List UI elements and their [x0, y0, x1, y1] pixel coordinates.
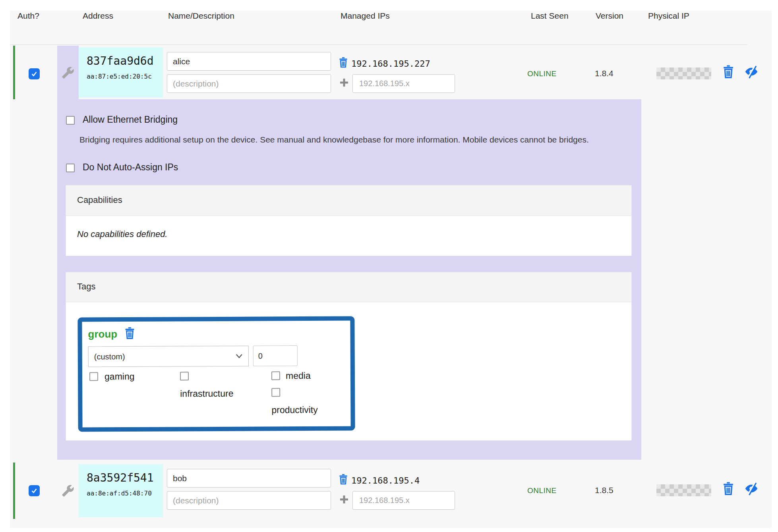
column-header-version: Version: [596, 11, 623, 21]
chevron-down-icon: [236, 354, 243, 359]
delete-tag-icon[interactable]: [124, 327, 135, 340]
member-version: 1.8.4: [595, 69, 613, 78]
tag-enum-selected: (custom): [94, 352, 125, 361]
tag-name: group: [88, 328, 117, 340]
allow-bridging-checkbox[interactable]: [66, 116, 75, 125]
header-divider: [10, 44, 747, 45]
tag-option-productivity-checkbox[interactable]: [271, 388, 280, 397]
member-mac: aa:87:e5:ed:20:5c: [87, 73, 152, 80]
hide-member-icon[interactable]: [744, 482, 759, 496]
column-header-physical-ip: Physical IP: [648, 11, 689, 21]
delete-ip-icon[interactable]: [339, 474, 348, 485]
delete-member-icon[interactable]: [722, 482, 734, 496]
capabilities-title: Capabilities: [77, 195, 122, 205]
member-description-input[interactable]: [167, 491, 331, 510]
add-ip-icon[interactable]: [339, 494, 349, 505]
tag-option-media-label: media: [286, 370, 311, 381]
tag-option-productivity-label: productivity: [271, 405, 317, 416]
member-row-alice: 837faa9d6d aa:87:e5:ed:20:5c 192.168.195…: [0, 46, 778, 99]
address-cell: 8a3592f541 aa:8e:af:d5:48:70: [79, 464, 163, 517]
status-badge: ONLINE: [527, 486, 557, 495]
member-address: 837faa9d6d: [87, 54, 154, 67]
tag-value-input[interactable]: [253, 345, 298, 366]
allow-bridging-label: Allow Ethernet Bridging: [83, 114, 178, 125]
members-table-screen: Auth? Address Name/Description Managed I…: [0, 0, 778, 532]
capabilities-card-header: Capabilities: [66, 185, 631, 216]
column-header-last-seen: Last Seen: [531, 11, 569, 21]
tag-option-infrastructure-checkbox[interactable]: [180, 372, 189, 380]
member-expanded-panel: Allow Ethernet Bridging Bridging require…: [57, 99, 641, 460]
physical-ip-redacted: [656, 484, 711, 496]
auth-checkbox[interactable]: [29, 485, 40, 496]
hide-member-icon[interactable]: [744, 65, 759, 79]
add-ip-icon[interactable]: [339, 77, 349, 88]
no-auto-assign-checkbox[interactable]: [66, 164, 75, 172]
capabilities-empty-text: No capabilities defined.: [77, 229, 167, 239]
capabilities-card: Capabilities No capabilities defined.: [66, 185, 632, 256]
new-ip-input[interactable]: [352, 74, 455, 93]
delete-member-icon[interactable]: [722, 65, 734, 79]
checkmark-icon: [31, 70, 38, 77]
managed-ip: 192.168.195.4: [351, 476, 420, 486]
column-header-address: Address: [83, 11, 113, 21]
member-name-input[interactable]: [167, 52, 331, 71]
auth-checkbox[interactable]: [29, 68, 40, 79]
member-address: 8a3592f541: [87, 471, 154, 484]
member-description-input[interactable]: [167, 74, 331, 93]
member-version: 1.8.5: [595, 486, 613, 495]
member-settings-cell: [57, 46, 79, 99]
tag-option-infrastructure-label: infrastructure: [180, 388, 233, 399]
authorized-row-indicator: [13, 46, 15, 99]
member-mac: aa:8e:af:d5:48:70: [87, 490, 152, 497]
member-settings-cell: [57, 463, 79, 519]
column-header-name: Name/Description: [168, 11, 234, 21]
authorized-row-indicator: [13, 463, 15, 519]
tags-title: Tags: [77, 281, 95, 292]
column-header-managed-ips: Managed IPs: [341, 11, 390, 21]
column-header-auth: Auth?: [17, 11, 39, 21]
tag-option-media-checkbox[interactable]: [271, 371, 280, 380]
managed-ip: 192.168.195.227: [351, 59, 430, 69]
tag-enum-select[interactable]: (custom): [88, 346, 249, 367]
new-ip-input[interactable]: [352, 491, 455, 510]
wrench-icon[interactable]: [62, 484, 74, 497]
checkmark-icon: [31, 487, 38, 494]
no-auto-assign-label: Do Not Auto-Assign IPs: [83, 162, 178, 173]
member-name-input[interactable]: [167, 469, 331, 488]
address-cell: 837faa9d6d aa:87:e5:ed:20:5c: [79, 47, 163, 98]
tags-card-header: Tags: [66, 272, 631, 302]
tag-option-gaming-checkbox[interactable]: [89, 372, 98, 381]
annotation-rectangle: group (custom) gaming infrastructure med…: [77, 316, 355, 432]
bridging-note: Bridging requires additional setup on th…: [79, 133, 596, 147]
wrench-icon[interactable]: [62, 66, 74, 79]
status-badge: ONLINE: [527, 69, 557, 78]
physical-ip-redacted: [656, 67, 711, 79]
tag-option-gaming-label: gaming: [105, 371, 135, 382]
member-row-bob: 8a3592f541 aa:8e:af:d5:48:70 192.168.195…: [0, 463, 778, 519]
delete-ip-icon[interactable]: [339, 57, 348, 68]
